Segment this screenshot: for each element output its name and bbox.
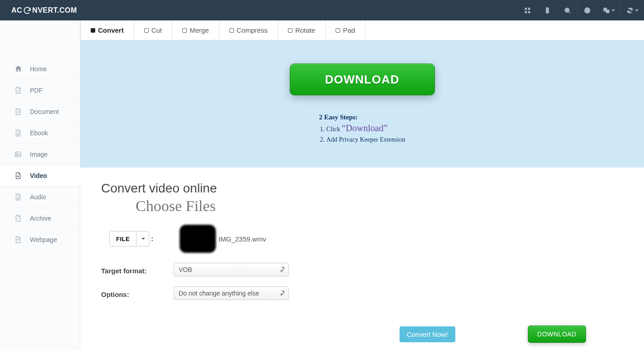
target-format-label: Target format: xyxy=(101,265,182,275)
tab-bar: Convert Cut Merge Compress Rotate Pad xyxy=(80,20,644,40)
pdf-icon xyxy=(14,86,23,95)
sidebar-item-label: Home xyxy=(30,65,47,73)
checkbox-icon xyxy=(91,28,95,33)
ad-banner: DOWNLOAD 2 Easy Steps: Click “Download” … xyxy=(80,40,644,168)
sidebar-item-label: Video xyxy=(30,172,47,179)
main-content: Convert Cut Merge Compress Rotate Pad DO… xyxy=(80,20,644,350)
sidebar-item-label: Ebook xyxy=(30,129,48,137)
brand-logo[interactable]: AC NVERT.COM xyxy=(11,6,77,15)
sidebar-item-audio[interactable]: Audio xyxy=(0,186,80,207)
sidebar-item-home[interactable]: Home xyxy=(0,58,80,79)
refresh-dropdown-icon[interactable] xyxy=(620,0,644,20)
sidebar-item-video[interactable]: Video xyxy=(0,165,80,186)
tab-label: Merge xyxy=(190,26,209,34)
download-button[interactable]: DOWNLOAD xyxy=(528,325,586,343)
ad-steps-title: 2 Easy Steps: xyxy=(319,113,405,121)
sidebar-item-document[interactable]: W Document xyxy=(0,101,80,122)
search-icon[interactable] xyxy=(557,0,577,20)
tab-label: Convert xyxy=(98,26,124,34)
page-title: Convert video online xyxy=(101,181,639,196)
sidebar-item-pdf[interactable]: PDF xyxy=(0,79,80,101)
target-format-row: Target format: VOB xyxy=(101,263,639,276)
chosen-file-name: IMG_2359.wmv xyxy=(219,235,266,243)
webpage-icon xyxy=(14,235,23,244)
sidebar-item-webpage[interactable]: Webpage xyxy=(0,229,80,250)
tab-label: Compress xyxy=(237,26,268,34)
svg-rect-0 xyxy=(525,8,527,10)
svg-rect-1 xyxy=(528,8,530,10)
sidebar-item-label: PDF xyxy=(30,87,43,94)
download-ad-button[interactable]: DOWNLOAD xyxy=(290,64,435,95)
tab-cut[interactable]: Cut xyxy=(134,20,172,40)
svg-point-15 xyxy=(17,198,18,199)
brand-text-post: NVERT.COM xyxy=(32,6,77,15)
checkbox-icon xyxy=(336,28,340,33)
archive-icon xyxy=(14,214,23,223)
options-select-wrap: Do not change anything else xyxy=(174,286,289,300)
sidebar-item-label: Document xyxy=(30,108,59,115)
target-format-select[interactable]: VOB xyxy=(174,263,289,276)
checkbox-icon xyxy=(144,28,149,33)
tab-pad[interactable]: Pad xyxy=(326,20,366,40)
audio-icon xyxy=(14,192,23,202)
svg-point-6 xyxy=(565,8,569,12)
svg-line-7 xyxy=(568,11,570,13)
chosen-file-block: IMG_2359.wmv xyxy=(180,225,266,253)
svg-rect-3 xyxy=(528,11,530,13)
svg-point-9 xyxy=(587,11,587,12)
redacted-thumbnail xyxy=(180,225,216,253)
ad-steps: 2 Easy Steps: Click “Download” Add Priva… xyxy=(319,113,405,144)
checkbox-icon xyxy=(229,28,234,33)
image-icon xyxy=(14,150,23,159)
options-select[interactable]: Do not change anything else xyxy=(174,286,289,300)
ad-step-1: Click “Download” xyxy=(320,121,405,135)
svg-rect-2 xyxy=(525,11,527,13)
ad-step-1-keyword: “Download” xyxy=(342,123,387,133)
sidebar-item-ebook[interactable]: Ebook xyxy=(0,122,80,143)
convert-now-button[interactable]: Convert Now! xyxy=(400,326,455,342)
video-icon xyxy=(14,171,23,180)
refresh-icon xyxy=(23,6,31,15)
sidebar-item-image[interactable]: Image xyxy=(0,143,80,165)
sidebar-item-label: Archive xyxy=(30,215,51,222)
sidebar-item-label: Webpage xyxy=(30,236,57,243)
tab-merge[interactable]: Merge xyxy=(172,20,220,40)
tab-label: Rotate xyxy=(295,26,315,34)
action-buttons: Convert Now! DOWNLOAD xyxy=(101,325,639,343)
grid-icon[interactable] xyxy=(517,0,537,20)
ebook-icon xyxy=(14,128,23,138)
tab-compress[interactable]: Compress xyxy=(220,20,278,40)
file-colon: : xyxy=(151,235,153,242)
sidebar-item-label: Image xyxy=(30,151,48,158)
tab-rotate[interactable]: Rotate xyxy=(278,20,326,40)
options-row: Options: Do not change anything else xyxy=(101,286,639,300)
sidebar: Home PDF W Document Ebook Image Video Au… xyxy=(0,20,80,350)
top-navbar: AC NVERT.COM xyxy=(0,0,644,20)
file-dropdown-button[interactable] xyxy=(137,231,149,246)
help-icon[interactable] xyxy=(577,0,597,20)
chevron-down-icon xyxy=(141,238,145,240)
tab-convert[interactable]: Convert xyxy=(80,20,134,40)
ad-step-1-prefix: Click xyxy=(327,126,342,133)
file-row: FILE : IMG_2359.wmv xyxy=(101,225,639,253)
mobile-icon[interactable] xyxy=(537,0,557,20)
tab-label: Cut xyxy=(151,26,162,34)
sidebar-item-label: Audio xyxy=(30,193,46,201)
chevron-down-icon xyxy=(611,10,615,11)
sidebar-item-archive[interactable]: Archive xyxy=(0,207,80,229)
ad-step-2: Add Privacy Keeper Extension xyxy=(320,135,405,144)
svg-point-14 xyxy=(17,153,18,154)
document-icon: W xyxy=(14,107,23,116)
file-button-group: FILE xyxy=(109,231,149,246)
navbar-actions xyxy=(517,0,644,20)
checkbox-icon xyxy=(182,28,187,33)
checkbox-icon xyxy=(288,28,293,33)
tab-label: Pad xyxy=(343,26,355,34)
brand-text-pre: AC xyxy=(11,6,22,15)
chevron-down-icon xyxy=(635,10,639,11)
choose-files-heading: Choose Files xyxy=(136,197,639,215)
language-icon[interactable] xyxy=(597,0,620,20)
file-button[interactable]: FILE xyxy=(109,231,137,246)
home-icon xyxy=(14,64,23,74)
target-format-select-wrap: VOB xyxy=(174,263,289,276)
